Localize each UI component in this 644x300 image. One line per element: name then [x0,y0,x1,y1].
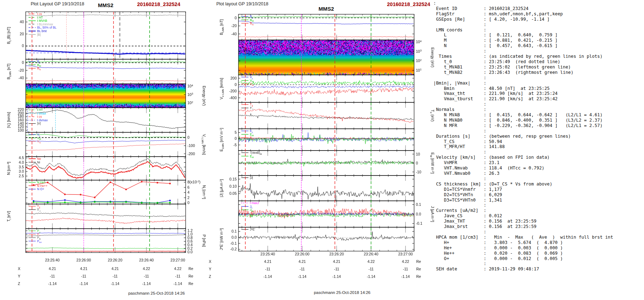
svg-text:-1.14: -1.14 [80,281,88,286]
svg-text:10: 10 [416,152,420,156]
svg-text:t maxJ: t maxJ [250,201,259,205]
svg-text:BL,|B| [nT]: BL,|B| [nT] [6,27,12,44]
svg-text:t cs: t cs [37,12,42,16]
svg-text:8(x10-2): 8(x10-2) [187,180,201,184]
svg-text:Y: Y [18,274,20,278]
svg-text:0.0: 0.0 [231,235,237,239]
svg-text:0.1: 0.1 [416,202,421,207]
svg-text:4.22: 4.22 [367,259,375,264]
svg-text:N [cm-3]: N [cm-3] [6,162,11,175]
plots-overlay: 40200BL,|B| [nT]t cst HTt MVABt BLminmax… [0,0,644,300]
svg-text:4: 4 [187,190,190,194]
svg-text:23:26:00: 23:26:00 [295,252,310,256]
svg-text:EM [mW m-2]: EM [mW m-2] [429,152,435,173]
svg-text:-1.14: -1.14 [332,274,341,279]
svg-text:BLMN [nT]: BLMN [nT] [6,63,12,79]
svg-text:Y: Y [209,267,211,271]
svg-text:t vmax: t vmax [37,112,46,115]
svg-text:-11: -11 [334,267,339,271]
svg-text:40: 40 [20,20,24,24]
svg-text:EM: EM [250,154,254,159]
svg-text:-1.14: -1.14 [48,281,57,286]
svg-text:-1.14: -1.14 [401,274,410,279]
svg-text:3.5: 3.5 [19,165,24,169]
svg-text:23:27:00: 23:27:00 [398,252,413,256]
svg-text:|B|: |B| [37,33,41,36]
svg-text:-100: -100 [187,143,195,148]
svg-text:-11: -11 [144,274,149,278]
svg-text:4.5: 4.5 [19,156,24,160]
svg-text:t HT: t HT [37,108,43,112]
svg-text:-10: -10 [416,170,421,174]
svg-text:X: X [18,266,20,271]
svg-text:-20: -20 [19,68,24,72]
plot-workspace: Plot Layout GP 19/10/2018 MMS2 20160218_… [0,0,644,300]
svg-text:t BLminmax: t BLminmax [37,22,54,26]
svg-text:t MVAB: t MVAB [37,19,47,22]
svg-text:Re: Re [188,274,193,278]
svg-text:N He+: N He+ [37,180,46,184]
svg-text:|J|: |J| [250,176,253,179]
svg-text:6: 6 [187,185,190,189]
svg-text:102: 102 [416,59,422,63]
svg-text:23:25:40: 23:25:40 [45,258,60,262]
svg-text:-40: -40 [19,76,24,80]
svg-text:4.21: 4.21 [333,259,341,264]
svg-text:0.10: 0.10 [230,184,237,188]
svg-text:-200: -200 [187,152,195,156]
svg-text:Te (eV): Te (eV) [429,110,435,121]
svg-text:4.21: 4.21 [80,266,87,271]
svg-text:Re: Re [416,267,421,271]
svg-text:-200: -200 [229,89,237,93]
svg-text:-11: -11 [300,267,305,271]
svg-text:P [nPa]: P [nPa] [202,234,206,246]
svg-text:23:26:40: 23:26:40 [139,258,154,262]
svg-text:-11: -11 [81,274,86,278]
svg-text:-1.14: -1.14 [111,281,119,286]
svg-text:-11: -11 [403,267,408,271]
svg-text:23:25:40: 23:25:40 [261,252,275,256]
svg-text:-11: -11 [175,274,181,278]
svg-text:BLMN [nT]: BLMN [nT] [219,19,225,35]
svg-text:3.0: 3.0 [19,169,24,173]
svg-text:X: X [209,259,211,264]
svg-text:Z: Z [18,281,20,286]
svg-text:-1.14: -1.14 [173,281,182,286]
svg-text:0.0: 0.0 [187,250,193,254]
svg-text:-0.1: -0.1 [416,221,422,225]
svg-text:Z: Z [209,274,211,279]
svg-text:4.22: 4.22 [402,259,409,264]
svg-text:Energy (eV): Energy (eV) [431,47,435,67]
svg-text:0.1: 0.1 [231,229,237,233]
svg-text:Ni: Ni [37,161,40,164]
svg-text:-1.14: -1.14 [298,274,307,279]
svg-text:103: 103 [416,49,422,53]
svg-text:Ni [cm-3]: Ni [cm-3] [201,185,206,199]
svg-text:0: 0 [187,135,190,139]
svg-text:-1.14: -1.14 [263,274,272,279]
svg-text:4.22: 4.22 [174,266,182,271]
svg-text:0.15: 0.15 [230,177,237,181]
svg-text:J [µA m-2]: J [µA m-2] [431,206,435,222]
svg-text:ELMN [mV m-1]: ELMN [mV m-1] [219,128,225,151]
svg-text:Ve LMN [km/s]: Ve LMN [km/s] [219,78,225,99]
svg-text:BL brst: BL brst [37,29,47,33]
svg-text:BL, 50% of BL: BL, 50% of BL [37,26,57,29]
svg-text:-11: -11 [265,267,271,271]
svg-text:-11: -11 [112,274,118,278]
svg-text:0: 0 [235,82,237,87]
svg-text:0.0: 0.0 [416,212,421,216]
svg-text:J*E' [nW m-3]: J*E' [nW m-3] [219,228,223,250]
svg-text:Re: Re [416,274,421,279]
svg-text:Energy (eV): Energy (eV) [202,86,206,106]
svg-text:2: 2 [187,195,190,200]
svg-text:Re: Re [416,259,421,264]
svg-text:N He++: N He++ [37,184,47,188]
svg-text:J*E': J*E' [250,228,255,231]
svg-text:Re: Re [188,266,193,271]
svg-text:t HT: t HT [37,16,43,19]
svg-text:0: 0 [22,60,24,65]
svg-text:0: 0 [235,16,237,20]
svg-text:103: 103 [187,92,193,96]
svg-text:23:26:00: 23:26:00 [76,258,91,262]
